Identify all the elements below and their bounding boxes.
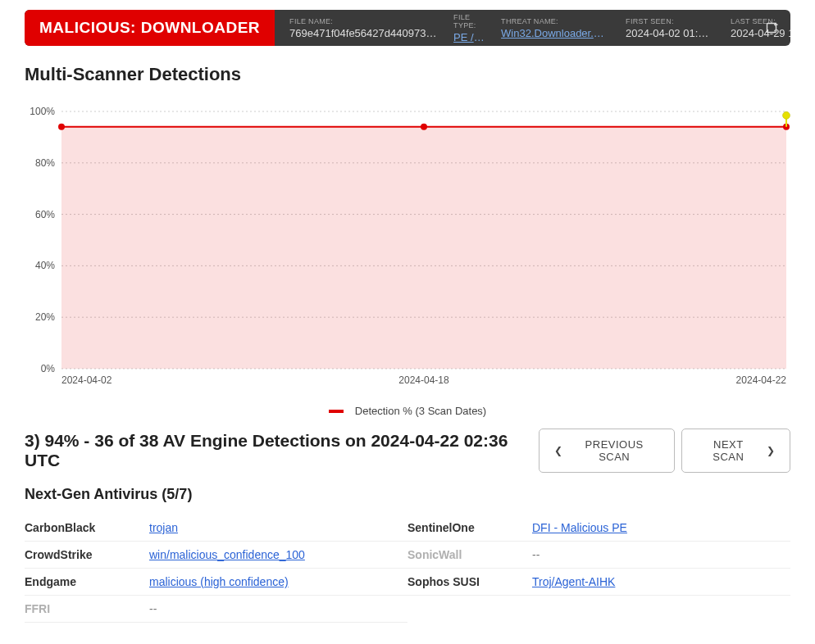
meta-filename-label: FILE NAME:	[289, 17, 437, 25]
av-section-title: Next-Gen Antivirus (5/7)	[25, 486, 790, 503]
svg-text:60%: 60%	[35, 209, 55, 220]
svg-point-19	[783, 111, 790, 119]
table-row: SentinelOneDFI - Malicious PE	[408, 515, 790, 542]
table-row: FFRI--	[25, 596, 408, 623]
av-verdict[interactable]: Troj/Agent-AIHK	[532, 575, 615, 588]
page-title: Multi-Scanner Detections	[25, 64, 790, 85]
svg-point-15	[58, 124, 65, 130]
chart-section: Multi-Scanner Detections 0%20%40%60%80%1…	[0, 46, 815, 417]
file-header: MALICIOUS: DOWNLOADER FILE NAME: 769e471…	[25, 10, 790, 46]
scan-headline: 3) 94% - 36 of 38 AV Engine Detections o…	[25, 431, 539, 470]
legend-label: Detection % (3 Scan Dates)	[355, 405, 486, 417]
meta-firstseen-label: FIRST SEEN:	[626, 17, 714, 25]
table-row: CrowdStrikewin/malicious_confidence_100	[25, 542, 408, 569]
av-vendor: FFRI	[25, 602, 139, 615]
meta-threatname-label: THREAT NAME:	[501, 17, 609, 25]
meta-filetype-label: FILE TYPE:	[453, 13, 485, 29]
av-verdict: --	[149, 602, 157, 615]
previous-scan-label: PREVIOUS SCAN	[569, 438, 659, 463]
av-table: CarbonBlacktrojanCrowdStrikewin/maliciou…	[25, 515, 790, 623]
meta-filetype: FILE TYPE: PE / E…	[445, 10, 493, 46]
svg-text:80%: 80%	[35, 157, 55, 169]
table-row: CarbonBlacktrojan	[25, 515, 408, 542]
av-vendor: SentinelOne	[408, 521, 522, 534]
meta-threatname-value[interactable]: Win32.Downloader.dlUpatr…	[501, 27, 609, 39]
svg-text:2024-04-22: 2024-04-22	[736, 374, 787, 386]
detection-chart: 0%20%40%60%80%100%2024-04-022024-04-1820…	[25, 105, 790, 392]
svg-text:40%: 40%	[35, 260, 55, 271]
av-vendor: CarbonBlack	[25, 521, 139, 534]
av-vendor: Endgame	[25, 575, 139, 588]
next-scan-label: NEXT SCAN	[697, 438, 759, 463]
svg-text:2024-04-18: 2024-04-18	[398, 374, 449, 386]
svg-text:20%: 20%	[35, 311, 55, 323]
scan-nav: ❮ PREVIOUS SCAN NEXT SCAN ❯	[539, 429, 790, 473]
svg-text:2024-04-02: 2024-04-02	[61, 374, 112, 386]
legend-swatch	[329, 410, 344, 413]
scan-headline-row: 3) 94% - 36 of 38 AV Engine Detections o…	[25, 429, 790, 473]
svg-text:0%: 0%	[41, 363, 56, 374]
add-note-icon[interactable]	[754, 10, 790, 46]
svg-point-16	[421, 124, 427, 130]
previous-scan-button[interactable]: ❮ PREVIOUS SCAN	[539, 429, 676, 473]
meta-firstseen: FIRST SEEN: 2024-04-02 01:48 U…	[617, 13, 722, 43]
chevron-right-icon: ❯	[767, 445, 776, 456]
av-verdict[interactable]: win/malicious_confidence_100	[149, 548, 305, 561]
av-vendor: CrowdStrike	[25, 548, 139, 561]
chart-legend: Detection % (3 Scan Dates)	[25, 405, 790, 417]
meta-filename: FILE NAME: 769e471f04fe56427d440973dad4f…	[281, 13, 445, 43]
av-vendor: SonicWall	[408, 548, 522, 561]
table-row: Endgamemalicious (high confidence)	[25, 569, 408, 596]
chart-svg: 0%20%40%60%80%100%2024-04-022024-04-1820…	[25, 105, 790, 392]
table-row: Sophos SUSITroj/Agent-AIHK	[408, 569, 790, 596]
av-verdict[interactable]: malicious (high confidence)	[149, 575, 289, 588]
chevron-left-icon: ❮	[554, 445, 563, 456]
table-row: SonicWall--	[408, 542, 790, 569]
scan-summary-section: 3) 94% - 36 of 38 AV Engine Detections o…	[0, 429, 815, 623]
svg-text:100%: 100%	[30, 106, 55, 117]
av-verdict[interactable]: DFI - Malicious PE	[532, 521, 627, 534]
classification-badge: MALICIOUS: DOWNLOADER	[25, 10, 275, 46]
meta-filetype-value[interactable]: PE / E…	[453, 31, 485, 43]
next-scan-button[interactable]: NEXT SCAN ❯	[681, 429, 790, 473]
meta-threatname: THREAT NAME: Win32.Downloader.dlUpatr…	[493, 13, 617, 43]
meta-firstseen-value: 2024-04-02 01:48 U…	[626, 27, 714, 39]
meta-filename-value: 769e471f04fe56427d440973dad4f…	[289, 27, 437, 39]
av-verdict[interactable]: trojan	[149, 521, 178, 534]
av-verdict: --	[532, 548, 540, 561]
av-vendor: Sophos SUSI	[408, 575, 522, 588]
file-meta-group: FILE NAME: 769e471f04fe56427d440973dad4f…	[275, 10, 754, 46]
